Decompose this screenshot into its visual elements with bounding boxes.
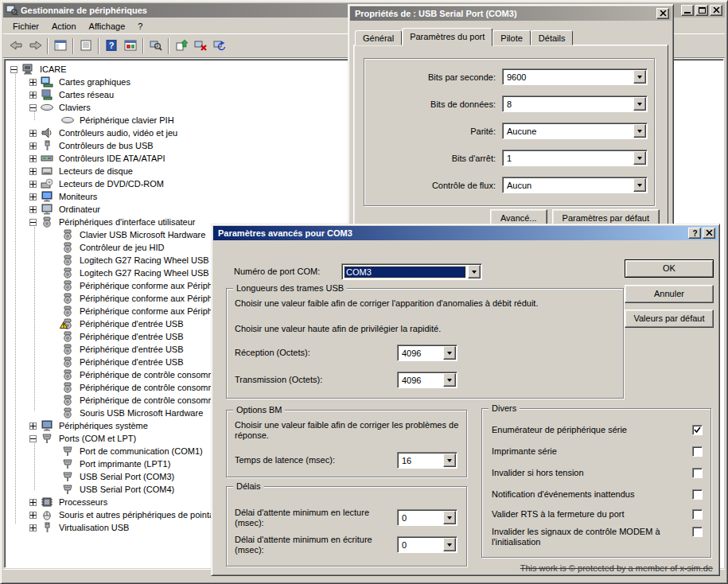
expand-toggle[interactable] <box>29 91 37 99</box>
context-help-button[interactable]: ? <box>688 228 701 239</box>
com-port-select[interactable]: COM3 <box>341 263 482 280</box>
computer-icon <box>41 204 54 215</box>
rx-select[interactable]: 4096 <box>397 345 457 361</box>
chevron-down-icon[interactable] <box>633 70 646 84</box>
hid-icon <box>61 395 75 406</box>
misc-option-checkbox[interactable] <box>692 468 703 478</box>
properties-close-button[interactable] <box>656 8 669 19</box>
misc-option-checkbox[interactable] <box>692 509 703 520</box>
tree-item-label: Périphériques d'interface utilisateur <box>57 216 197 228</box>
expand-toggle[interactable] <box>29 155 37 162</box>
expand-toggle[interactable] <box>29 168 37 175</box>
list-button[interactable] <box>76 37 95 56</box>
tab-dtails[interactable]: Détails <box>531 30 574 45</box>
expand-toggle[interactable] <box>29 193 37 201</box>
misc-option-row: Invalider si hors tension <box>492 468 703 478</box>
chevron-down-icon[interactable] <box>443 538 456 551</box>
cancel-button[interactable]: Annuler <box>625 285 714 303</box>
defaults-button[interactable]: Valeurs par défaut <box>625 310 714 328</box>
usb-desc-low: Choisir une valeur faible afin de corrig… <box>235 298 615 309</box>
tree-item-label: Souris USB Microsoft Hardware <box>78 407 204 419</box>
search-computer-button[interactable] <box>146 37 165 56</box>
update-driver-button[interactable] <box>172 37 191 56</box>
port-setting-select[interactable]: Aucune <box>502 123 648 139</box>
expand-toggle[interactable] <box>29 181 37 188</box>
menu-item-affichage[interactable]: Affichage <box>83 20 132 33</box>
hid-icon <box>61 280 75 291</box>
uninstall-button[interactable] <box>191 37 210 56</box>
tree-item-label: Virtualisation USB <box>57 522 130 533</box>
misc-group: Divers Enumérateur de périphérique série… <box>481 408 711 558</box>
close-button[interactable] <box>710 5 722 16</box>
tab-gnral[interactable]: Général <box>355 30 402 45</box>
expand-toggle[interactable] <box>29 499 37 506</box>
properties-titlebar[interactable]: Propriétés de : USB Serial Port (COM3) <box>350 6 672 21</box>
collapse-toggle[interactable] <box>10 66 18 73</box>
toolbar-separator <box>142 38 144 54</box>
tree-item-label: Lecteurs de DVD/CD-ROM <box>57 178 165 189</box>
tree-item-label: Moniteurs <box>57 191 99 202</box>
hid-icon <box>61 318 75 329</box>
expand-toggle[interactable] <box>29 512 37 519</box>
menu-item-fichier[interactable]: Fichier <box>6 20 45 33</box>
menu-item-?[interactable]: ? <box>131 20 149 33</box>
advanced-close-button[interactable] <box>703 228 715 239</box>
collapse-toggle[interactable] <box>29 219 37 226</box>
tree-item-label: Souris et autres périphériques de pointa… <box>57 509 225 520</box>
chevron-down-icon[interactable] <box>443 373 456 387</box>
minimize-button[interactable] <box>681 5 694 16</box>
chevron-down-icon[interactable] <box>443 454 456 467</box>
collapse-toggle[interactable] <box>29 435 37 442</box>
chevron-down-icon[interactable] <box>468 265 481 278</box>
tree-item-label: Clavier USB Microsoft Hardware <box>78 229 207 240</box>
help-button[interactable]: ? <box>102 37 121 56</box>
misc-option-checkbox[interactable] <box>692 425 703 435</box>
ok-button[interactable]: OK <box>625 259 714 278</box>
chevron-down-icon[interactable] <box>633 124 646 138</box>
write-delay-select[interactable]: 0 <box>397 536 457 553</box>
menu-item-action[interactable]: Action <box>45 20 83 33</box>
port-setting-select[interactable]: Aucun <box>502 177 648 193</box>
chevron-down-icon[interactable] <box>633 178 646 192</box>
advanced-titlebar[interactable]: Paramètres avancés pour COM3 ? <box>213 226 718 240</box>
expand-toggle[interactable] <box>29 130 37 137</box>
tab-pilote[interactable]: Pilote <box>492 30 531 45</box>
chevron-down-icon[interactable] <box>633 97 646 111</box>
read-delay-select[interactable]: 0 <box>397 509 457 526</box>
workstation-icon <box>21 64 35 75</box>
scan-hardware-button[interactable] <box>210 37 229 56</box>
window-controls <box>679 5 722 16</box>
tree-item-label: Ordinateur <box>57 204 102 215</box>
maximize-button[interactable] <box>695 5 708 16</box>
collapse-toggle[interactable] <box>29 104 37 111</box>
update-driver-icon <box>175 40 188 53</box>
media-window-button[interactable] <box>121 37 140 56</box>
hid-icon <box>61 407 75 419</box>
back-button[interactable] <box>6 37 25 56</box>
misc-option-checkbox[interactable] <box>692 527 703 537</box>
toolbar-separator <box>47 38 49 54</box>
expand-toggle[interactable] <box>29 79 37 86</box>
forward-button[interactable] <box>25 37 45 56</box>
misc-option-checkbox[interactable] <box>692 489 703 500</box>
chevron-down-icon[interactable] <box>443 511 456 524</box>
port-setting-label: Contrôle de flux: <box>371 181 502 190</box>
expand-toggle[interactable] <box>29 524 37 531</box>
expand-toggle[interactable] <box>29 422 37 430</box>
chevron-down-icon[interactable] <box>443 346 456 360</box>
console-tree-icon <box>54 40 67 53</box>
tx-select[interactable]: 4096 <box>397 372 457 388</box>
tree-item-label: Périphérique clavier PIH <box>78 115 176 126</box>
port-setting-select[interactable]: 8 <box>502 95 648 112</box>
tab-paramtresduport[interactable]: Paramètres du port <box>402 28 492 46</box>
expand-toggle[interactable] <box>29 206 37 213</box>
mouse-icon <box>41 509 54 520</box>
misc-option-checkbox[interactable] <box>692 446 703 457</box>
chevron-down-icon[interactable] <box>633 151 646 165</box>
port-setting-select[interactable]: 9600 <box>502 68 648 85</box>
latency-select[interactable]: 16 <box>397 452 457 469</box>
expand-toggle[interactable] <box>29 142 37 150</box>
console-tree-button[interactable] <box>51 37 70 56</box>
port-icon <box>61 471 75 482</box>
port-setting-select[interactable]: 1 <box>502 150 648 166</box>
